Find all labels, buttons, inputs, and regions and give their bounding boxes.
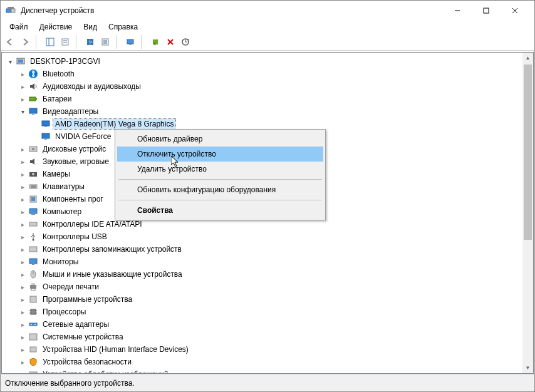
- tree-category-audio[interactable]: ▸ Аудиовходы и аудиовыходы: [2, 80, 522, 93]
- menubar: Файл Действие Вид Справка: [1, 21, 534, 33]
- tree-category-system[interactable]: ▸ Системные устройства: [2, 331, 522, 343]
- svg-rect-29: [29, 108, 37, 113]
- menu-help[interactable]: Справка: [103, 21, 143, 33]
- tree-category-softdev[interactable]: ▸ Программные устройства: [2, 293, 522, 306]
- tree-label: Программные устройства: [41, 294, 134, 304]
- expand-icon[interactable]: ▸: [18, 220, 27, 229]
- expand-icon[interactable]: ▸: [18, 345, 27, 354]
- tree-category-security[interactable]: ▸ Устройства безопасности: [2, 356, 522, 368]
- expand-icon[interactable]: ▸: [18, 245, 27, 254]
- tree-label: Дисковые устройс: [41, 144, 108, 154]
- svg-rect-56: [30, 296, 36, 302]
- cpu-icon: [28, 307, 38, 317]
- tree-category-processors[interactable]: ▸ Процессоры: [2, 306, 522, 318]
- tree-category-hid[interactable]: ▸ Устройства HID (Human Interface Device…: [2, 343, 522, 356]
- action-button[interactable]: [98, 35, 112, 49]
- back-button[interactable]: [3, 35, 17, 49]
- svg-rect-25: [18, 59, 23, 63]
- computer-icon: [28, 207, 38, 217]
- cm-uninstall-device[interactable]: Удалить устройство: [117, 162, 323, 177]
- menu-view[interactable]: Вид: [78, 21, 102, 33]
- storage-icon: [28, 244, 38, 254]
- tree-category-bluetooth[interactable]: ▸ Bluetooth: [2, 68, 522, 80]
- expand-icon[interactable]: ▸: [18, 370, 27, 373]
- properties-button[interactable]: [58, 35, 72, 49]
- tree-label: AMD Radeon(TM) Vega 8 Graphics: [53, 119, 175, 129]
- toolbar-separator: [141, 35, 145, 49]
- monitor-button[interactable]: [123, 35, 137, 49]
- maximize-button[interactable]: [472, 1, 501, 20]
- vertical-scrollbar[interactable]: ▲ ▼: [522, 53, 533, 373]
- svg-point-63: [31, 324, 32, 325]
- svg-rect-53: [30, 285, 36, 289]
- tree-root[interactable]: ▾ DESKTOP-1P3CGVI: [2, 55, 522, 68]
- expand-icon[interactable]: ▸: [18, 358, 27, 366]
- expand-icon[interactable]: ▾: [6, 57, 14, 66]
- ide-icon: [28, 219, 38, 229]
- display-adapter-icon: [28, 106, 38, 116]
- expand-icon[interactable]: ▸: [18, 170, 27, 178]
- expand-icon[interactable]: ▸: [18, 333, 27, 341]
- expand-icon[interactable]: ▸: [18, 295, 27, 304]
- tree-category-imaging[interactable]: ▸ Устройства обработки изображений: [2, 368, 522, 373]
- scroll-up-button[interactable]: ▲: [522, 53, 533, 63]
- help-button[interactable]: ?: [83, 35, 97, 49]
- app-icon: [6, 6, 16, 16]
- tree-label: Bluetooth: [41, 69, 76, 79]
- cm-update-driver[interactable]: Обновить драйвер: [117, 132, 323, 147]
- scroll-down-button[interactable]: ▼: [522, 363, 533, 373]
- tree-category-printqueues[interactable]: ▸ Очереди печати: [2, 281, 522, 293]
- minimize-button[interactable]: [443, 1, 472, 20]
- menu-file[interactable]: Файл: [4, 21, 33, 33]
- expand-icon[interactable]: ▸: [18, 195, 27, 204]
- enable-button[interactable]: [148, 35, 162, 49]
- tree-category-monitors[interactable]: ▸ Мониторы: [2, 255, 522, 268]
- forward-button[interactable]: [18, 35, 32, 49]
- svg-rect-54: [31, 283, 35, 285]
- expand-icon[interactable]: ▸: [18, 95, 27, 103]
- tree-category-usb[interactable]: ▸ Контроллеры USB: [2, 230, 522, 243]
- menu-action[interactable]: Действие: [34, 21, 78, 33]
- expand-icon[interactable]: ▸: [18, 282, 27, 291]
- expand-icon[interactable]: ▸: [18, 257, 27, 266]
- tree-category-network[interactable]: ▸ Сетевые адаптеры: [2, 318, 522, 331]
- expand-icon[interactable]: ▸: [18, 232, 27, 241]
- svg-rect-44: [29, 209, 37, 214]
- uninstall-button[interactable]: [164, 35, 177, 49]
- scroll-thumb[interactable]: [524, 64, 532, 240]
- show-hide-tree-button[interactable]: [43, 35, 57, 49]
- tree-category-batteries[interactable]: ▸ Батареи: [2, 93, 522, 105]
- audio-icon: [28, 81, 38, 91]
- svg-point-36: [32, 148, 34, 150]
- expand-icon[interactable]: ▸: [18, 157, 27, 166]
- expand-icon[interactable]: ▸: [18, 145, 27, 153]
- tree-category-mice[interactable]: ▸ Мыши и иные указывающие устройства: [2, 268, 522, 281]
- cm-scan-hardware[interactable]: Обновить конфигурацию оборудования: [117, 182, 323, 197]
- expand-icon[interactable]: ▸: [18, 207, 27, 216]
- tree-label: Мониторы: [41, 257, 80, 267]
- svg-point-38: [32, 173, 34, 175]
- expand-icon[interactable]: ▸: [18, 70, 27, 78]
- expand-icon[interactable]: ▸: [18, 182, 27, 191]
- scan-button[interactable]: [179, 35, 192, 49]
- svg-rect-18: [127, 39, 133, 44]
- tree-label: Устройства безопасности: [41, 357, 133, 367]
- collapse-icon[interactable]: ▾: [18, 107, 27, 116]
- expand-icon[interactable]: ▸: [18, 320, 27, 329]
- cm-disable-device[interactable]: Отключить устройство: [117, 147, 323, 162]
- cm-properties[interactable]: Свойства: [117, 203, 323, 218]
- expand-icon[interactable]: ▸: [18, 270, 27, 279]
- tree-label: Мыши и иные указывающие устройства: [41, 269, 184, 279]
- tree-category-storage[interactable]: ▸ Контроллеры запоминающих устройств: [2, 243, 522, 255]
- expand-icon[interactable]: ▸: [18, 82, 27, 91]
- hid-icon: [28, 344, 38, 354]
- expand-icon[interactable]: ▸: [18, 307, 27, 316]
- svg-rect-50: [32, 264, 34, 265]
- close-button[interactable]: [501, 1, 529, 20]
- tree-category-display[interactable]: ▾ Видеоадаптеры: [2, 105, 522, 118]
- tree-label: Аудиовходы и аудиовыходы: [41, 81, 143, 91]
- svg-rect-34: [44, 139, 47, 140]
- scroll-track[interactable]: [522, 63, 533, 363]
- tree-device-amd[interactable]: ▸ AMD Radeon(TM) Vega 8 Graphics: [2, 118, 522, 130]
- titlebar: Диспетчер устройств: [1, 1, 534, 21]
